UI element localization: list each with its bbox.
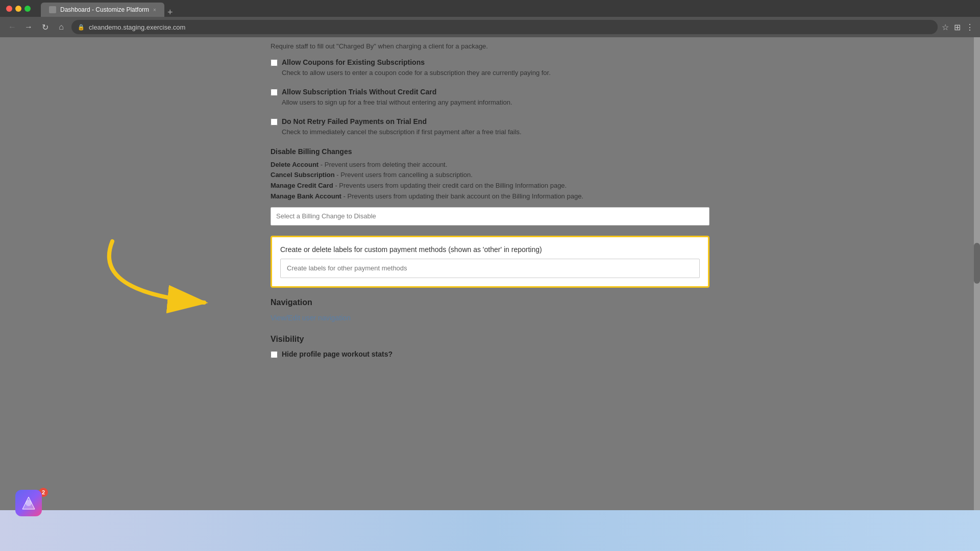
custom-payment-label: Create or delete labels for custom payme… bbox=[280, 245, 700, 254]
svg-point-2 bbox=[26, 500, 32, 506]
setting-header-trials: Allow Subscription Trials Without Credit… bbox=[271, 88, 709, 96]
browser-toolbar: ← → ↻ ⌂ 🔒 cleandemo.staging.exercise.com… bbox=[0, 17, 980, 37]
checkbox-allow-trials[interactable] bbox=[271, 89, 278, 96]
star-icon[interactable]: ☆ bbox=[942, 22, 949, 32]
scrollbar-track bbox=[974, 37, 980, 551]
setting-header-coupons: Allow Coupons for Existing Subscriptions bbox=[271, 58, 709, 66]
visibility-section: Visibility Hide profile page workout sta… bbox=[271, 335, 709, 358]
home-button[interactable]: ⌂ bbox=[55, 22, 67, 32]
checkbox-hide-workout-stats[interactable] bbox=[271, 351, 278, 358]
setting-header-no-retry: Do Not Retry Failed Payments on Trial En… bbox=[271, 117, 709, 126]
setting-allow-trials: Allow Subscription Trials Without Credit… bbox=[271, 88, 709, 107]
close-button[interactable] bbox=[6, 6, 12, 12]
custom-payment-input[interactable] bbox=[280, 259, 700, 278]
navigation-title: Navigation bbox=[271, 298, 709, 307]
visibility-title: Visibility bbox=[271, 335, 709, 344]
checkbox-no-retry[interactable] bbox=[271, 118, 278, 126]
billing-line-cancel: Cancel Subscription - Prevent users from… bbox=[271, 170, 709, 181]
tab-area: Dashboard - Customize Platform × + bbox=[41, 0, 173, 17]
desc-no-retry: Check to immediately cancel the subscrip… bbox=[282, 128, 709, 137]
disable-billing-title: Disable Billing Changes bbox=[271, 147, 709, 156]
disable-billing-section: Disable Billing Changes Delete Account -… bbox=[271, 147, 709, 226]
minimize-button[interactable] bbox=[15, 6, 21, 12]
tab-title: Dashboard - Customize Platform bbox=[60, 6, 149, 13]
checkbox-allow-coupons[interactable] bbox=[271, 59, 278, 66]
label-no-retry: Do Not Retry Failed Payments on Trial En… bbox=[282, 117, 427, 126]
url-text: cleandemo.staging.exercise.com bbox=[89, 23, 185, 31]
top-description: Require staff to fill out "Charged By" w… bbox=[271, 37, 709, 58]
label-allow-coupons: Allow Coupons for Existing Subscriptions bbox=[282, 58, 425, 66]
billing-change-select[interactable]: Select a Billing Change to Disable Delet… bbox=[271, 207, 709, 226]
billing-line-credit: Manage Credit Card - Prevents users from… bbox=[271, 181, 709, 191]
address-bar[interactable]: 🔒 cleandemo.staging.exercise.com bbox=[71, 20, 938, 34]
back-button[interactable]: ← bbox=[6, 22, 18, 32]
app-logo-svg bbox=[20, 495, 37, 511]
billing-line-delete: Delete Account - Prevent users from dele… bbox=[271, 160, 709, 170]
new-tab-button[interactable]: + bbox=[167, 8, 173, 17]
traffic-lights bbox=[6, 6, 31, 12]
toolbar-right: ☆ ⊞ ⋮ bbox=[942, 22, 974, 32]
lock-icon: 🔒 bbox=[78, 24, 85, 31]
custom-payment-section: Create or delete labels for custom payme… bbox=[271, 236, 709, 288]
forward-button[interactable]: → bbox=[22, 22, 35, 32]
setting-allow-coupons: Allow Coupons for Existing Subscriptions… bbox=[271, 58, 709, 78]
navigation-section: Navigation View/Edit user navigation bbox=[271, 298, 709, 322]
extensions-icon[interactable]: ⊞ bbox=[954, 22, 961, 32]
visibility-workout-stats: Hide profile page workout stats? bbox=[271, 350, 709, 358]
label-hide-workout-stats: Hide profile page workout stats? bbox=[282, 350, 393, 358]
active-tab[interactable]: Dashboard - Customize Platform × bbox=[41, 3, 164, 17]
desc-allow-coupons: Check to allow users to enter a coupon c… bbox=[282, 68, 709, 78]
billing-info-lines: Delete Account - Prevent users from dele… bbox=[271, 160, 709, 202]
billing-line-bank: Manage Bank Account - Prevents users fro… bbox=[271, 191, 709, 202]
setting-no-retry: Do Not Retry Failed Payments on Trial En… bbox=[271, 117, 709, 137]
label-allow-trials: Allow Subscription Trials Without Credit… bbox=[282, 88, 436, 96]
desc-allow-trials: Allow users to sign up for a free trial … bbox=[282, 98, 709, 107]
bottom-gradient bbox=[0, 510, 980, 551]
refresh-button[interactable]: ↻ bbox=[39, 22, 51, 32]
fullscreen-button[interactable] bbox=[24, 6, 31, 12]
app-icon-corner: 2 bbox=[15, 490, 46, 520]
scrollbar-thumb[interactable] bbox=[974, 243, 980, 284]
browser-titlebar: Dashboard - Customize Platform × + bbox=[0, 0, 980, 17]
tab-close-icon[interactable]: × bbox=[153, 7, 156, 13]
app-icon-inner bbox=[15, 490, 42, 516]
tab-favicon bbox=[49, 6, 56, 13]
app-icon[interactable] bbox=[15, 490, 42, 516]
main-content: Require staff to fill out "Charged By" w… bbox=[260, 37, 720, 551]
page-content: Require staff to fill out "Charged By" w… bbox=[0, 37, 980, 551]
view-edit-navigation-link[interactable]: View/Edit user navigation bbox=[271, 314, 351, 322]
menu-icon[interactable]: ⋮ bbox=[966, 22, 974, 32]
